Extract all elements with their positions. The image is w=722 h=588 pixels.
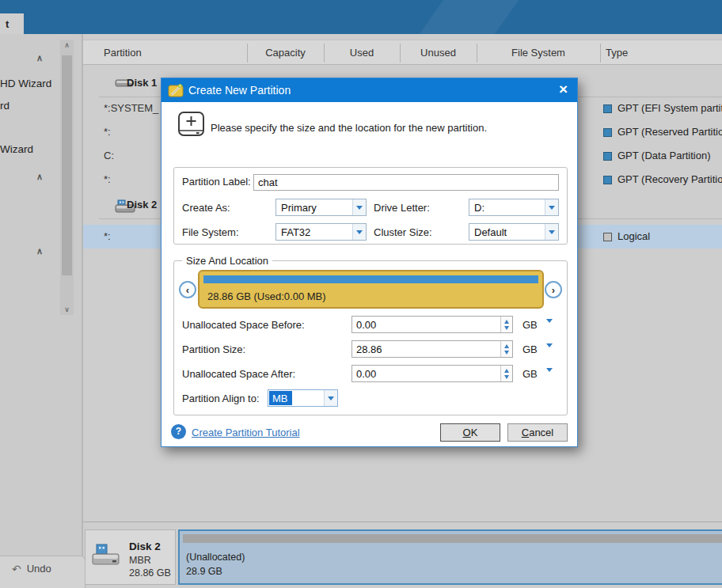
- unallocated-before-spinbox[interactable]: [352, 316, 513, 333]
- partition-size-spinbox[interactable]: [352, 340, 513, 358]
- column-header-capacity[interactable]: Capacity: [247, 40, 324, 66]
- gpt-type-icon: [603, 104, 612, 113]
- slider-used-stripe: [203, 275, 538, 283]
- dialog-title: Create New Partition: [188, 78, 291, 102]
- partition-type: GPT (EFI System partition): [618, 97, 722, 120]
- chevron-down-icon[interactable]: [324, 390, 337, 406]
- undo-button[interactable]: ↶ Undo: [0, 556, 86, 588]
- partition-label-input[interactable]: [253, 174, 559, 191]
- scrollbar-thumb[interactable]: [62, 55, 72, 275]
- column-header-used[interactable]: Used: [324, 40, 400, 66]
- ok-button[interactable]: OK: [440, 423, 500, 442]
- dialog-titlebar[interactable]: Create New Partition ×: [162, 78, 577, 102]
- partition-align-label: Partition Align to:: [182, 393, 260, 404]
- ribbon-tab[interactable]: t: [0, 13, 24, 34]
- unit-dropdown-icon[interactable]: [546, 323, 553, 337]
- help-icon[interactable]: ?: [171, 424, 186, 439]
- unallocated-after-input[interactable]: [352, 366, 500, 381]
- chevron-down-icon[interactable]: [545, 199, 558, 215]
- disk-map-disk-tile[interactable]: Disk 2 MBR 28.86 GB: [85, 529, 176, 585]
- usage-stripe: [183, 534, 722, 543]
- band-decoration: [420, 0, 519, 34]
- undo-label: Undo: [27, 563, 51, 575]
- scroll-down-icon[interactable]: ∨: [60, 305, 74, 313]
- unallocated-before-input[interactable]: [352, 317, 500, 332]
- slider-right-button[interactable]: ›: [545, 281, 562, 298]
- spin-up-icon[interactable]: [504, 320, 509, 324]
- column-header-unused[interactable]: Unused: [400, 40, 477, 66]
- disk-partition-scheme: MBR: [129, 555, 151, 566]
- usb-disk-icon: [90, 542, 122, 572]
- cancel-button[interactable]: Cancel: [507, 423, 568, 442]
- fields-group: Partition Label: Create As: Primary Driv…: [173, 167, 568, 245]
- sidebar-scrollbar[interactable]: ∧ ∨: [60, 40, 74, 315]
- unit-label: GB: [522, 368, 538, 380]
- spin-down-icon[interactable]: [504, 375, 509, 379]
- spinner-control[interactable]: [500, 317, 512, 332]
- partition-size-slider[interactable]: 28.86 GB (Used:0.00 MB): [198, 270, 544, 309]
- tutorial-link[interactable]: Create Partition Tutorial: [192, 427, 300, 438]
- spinner-control[interactable]: [500, 366, 512, 381]
- chevron-down-icon[interactable]: [352, 199, 366, 215]
- sidebar-item-wizard-1[interactable]: HD Wizard: [0, 78, 51, 89]
- spinner-control[interactable]: [500, 341, 512, 357]
- slider-left-button[interactable]: ‹: [179, 281, 196, 298]
- gpt-type-icon: [603, 128, 612, 137]
- close-icon[interactable]: ×: [556, 78, 571, 102]
- partition-size-label: Partition Size:: [182, 343, 245, 355]
- partition-name: *:: [104, 120, 111, 144]
- unit-dropdown-icon[interactable]: [546, 347, 553, 362]
- size-and-location-group: Size And Location ‹ 28.86 GB (Used:0.00 …: [173, 260, 568, 415]
- spin-up-icon[interactable]: [504, 369, 509, 373]
- chevron-down-icon[interactable]: [352, 224, 366, 240]
- disk-group-label: Disk 2: [127, 192, 157, 218]
- drive-letter-dropdown[interactable]: D:: [469, 199, 559, 216]
- chevron-right-icon: ›: [552, 285, 555, 295]
- column-separator: [600, 44, 601, 63]
- spin-down-icon[interactable]: [504, 351, 509, 355]
- collapse-caret-icon[interactable]: ∧: [36, 53, 43, 63]
- column-header-type[interactable]: Type: [606, 40, 628, 66]
- column-header-file-system[interactable]: File System: [477, 40, 600, 66]
- spin-up-icon[interactable]: [504, 344, 509, 348]
- unallocated-before-label: Unallocated Space Before:: [182, 319, 305, 331]
- column-separator: [247, 44, 248, 63]
- undo-icon: ↶: [12, 563, 21, 575]
- partition-size-input[interactable]: [352, 341, 500, 357]
- partition-name: *:SYSTEM_: [104, 97, 158, 120]
- partition-type: Logical: [618, 225, 650, 248]
- app-window: t ∧ HD Wizard rd Wizard ∧ ∧ ∧ ∨ ↻ Partit…: [0, 0, 722, 588]
- spin-down-icon[interactable]: [504, 326, 509, 330]
- partition-name: *:: [104, 168, 111, 192]
- group-label: Size And Location: [182, 255, 272, 267]
- partition-type: GPT (Recovery Partition): [618, 168, 722, 192]
- gpt-type-icon: [603, 176, 612, 184]
- file-system-value: FAT32: [281, 226, 310, 238]
- sidebar-item-wizard-2[interactable]: rd: [0, 100, 10, 112]
- partition-align-value: MB: [269, 391, 292, 405]
- dialog-message: Please specify the size and the location…: [211, 122, 559, 134]
- cluster-size-value: Default: [474, 226, 507, 238]
- create-as-label: Create As:: [182, 202, 230, 214]
- create-as-dropdown[interactable]: Primary: [276, 199, 367, 216]
- cluster-size-dropdown[interactable]: Default: [469, 223, 559, 241]
- file-system-dropdown[interactable]: FAT32: [276, 223, 367, 241]
- sidebar-item-wizard-3[interactable]: Wizard: [0, 143, 33, 155]
- collapse-caret-icon[interactable]: ∧: [36, 172, 43, 182]
- collapse-caret-icon[interactable]: ∧: [36, 246, 43, 256]
- scroll-up-icon[interactable]: ∧: [60, 41, 74, 49]
- unallocated-after-spinbox[interactable]: [352, 365, 513, 382]
- file-system-label: File System:: [182, 226, 239, 238]
- unallocated-after-label: Unallocated Space After:: [182, 368, 295, 380]
- chevron-down-icon[interactable]: [545, 224, 558, 240]
- disk-map-unallocated-bar[interactable]: (Unallocated) 28.9 GB: [178, 529, 722, 585]
- partition-align-dropdown[interactable]: MB: [268, 389, 338, 407]
- unit-dropdown-icon[interactable]: [546, 372, 553, 386]
- partition-wizard-logo-icon: [168, 82, 184, 98]
- disk-name: Disk 2: [129, 541, 161, 552]
- partition-type: GPT (Data Partition): [618, 144, 711, 168]
- unit-label: GB: [522, 343, 538, 355]
- column-header-partition[interactable]: Partition: [104, 40, 142, 66]
- cluster-size-label: Cluster Size:: [374, 226, 432, 238]
- column-separator: [324, 44, 325, 63]
